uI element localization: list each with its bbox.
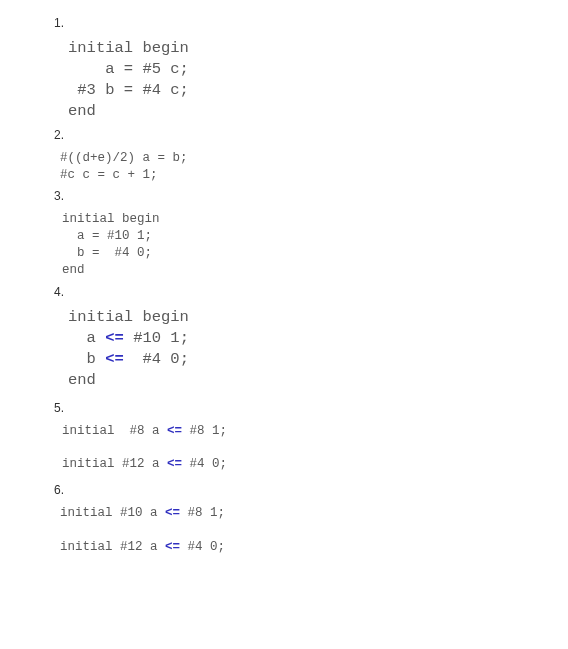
code-block-6: initial #10 a <= #8 1; initial #12 a <= … bbox=[60, 505, 568, 556]
code-line: a = #10 1; bbox=[62, 229, 152, 243]
code-line: b bbox=[68, 350, 105, 368]
item-number-3: 3. bbox=[54, 189, 568, 203]
operator-nonblocking: <= bbox=[165, 506, 180, 520]
code-block-3: initial begin a = #10 1; b = #4 0; end bbox=[62, 211, 568, 279]
code-line: end bbox=[62, 263, 85, 277]
operator-nonblocking: <= bbox=[105, 329, 124, 347]
code-line: initial begin bbox=[68, 308, 189, 326]
code-line: #3 b = #4 c; bbox=[68, 81, 189, 99]
code-block-5: initial #8 a <= #8 1; initial #12 a <= #… bbox=[62, 423, 568, 474]
item-number-6: 6. bbox=[54, 483, 568, 497]
item-number-1: 1. bbox=[54, 16, 568, 30]
code-line: #4 0; bbox=[182, 457, 227, 471]
operator-nonblocking: <= bbox=[105, 350, 124, 368]
code-line: #10 1; bbox=[124, 329, 189, 347]
code-line: #((d+e)/2) a = b; bbox=[60, 151, 188, 165]
operator-nonblocking: <= bbox=[167, 457, 182, 471]
operator-nonblocking: <= bbox=[165, 540, 180, 554]
code-line: initial #10 a bbox=[60, 506, 165, 520]
code-line: #8 1; bbox=[182, 424, 227, 438]
code-examples-list: 1. initial begin a = #5 c; #3 b = #4 c; … bbox=[0, 16, 568, 556]
code-line: initial #8 a bbox=[62, 424, 167, 438]
code-line: initial #12 a bbox=[62, 457, 167, 471]
code-line: #4 0; bbox=[124, 350, 189, 368]
item-number-2: 2. bbox=[54, 128, 568, 142]
code-line: initial #12 a bbox=[60, 540, 165, 554]
code-line: #4 0; bbox=[180, 540, 225, 554]
code-line: #8 1; bbox=[180, 506, 225, 520]
code-line: a = #5 c; bbox=[68, 60, 189, 78]
code-line: a bbox=[68, 329, 105, 347]
code-line: b = #4 0; bbox=[62, 246, 152, 260]
item-number-5: 5. bbox=[54, 401, 568, 415]
code-block-4: initial begin a <= #10 1; b <= #4 0; end bbox=[68, 307, 568, 391]
code-line: end bbox=[68, 371, 96, 389]
code-block-2: #((d+e)/2) a = b; #c c = c + 1; bbox=[60, 150, 568, 184]
code-line: #c c = c + 1; bbox=[60, 168, 158, 182]
item-number-4: 4. bbox=[54, 285, 568, 299]
operator-nonblocking: <= bbox=[167, 424, 182, 438]
code-line: end bbox=[68, 102, 96, 120]
code-line: initial begin bbox=[68, 39, 189, 57]
code-block-1: initial begin a = #5 c; #3 b = #4 c; end bbox=[68, 38, 568, 122]
code-line: initial begin bbox=[62, 212, 160, 226]
